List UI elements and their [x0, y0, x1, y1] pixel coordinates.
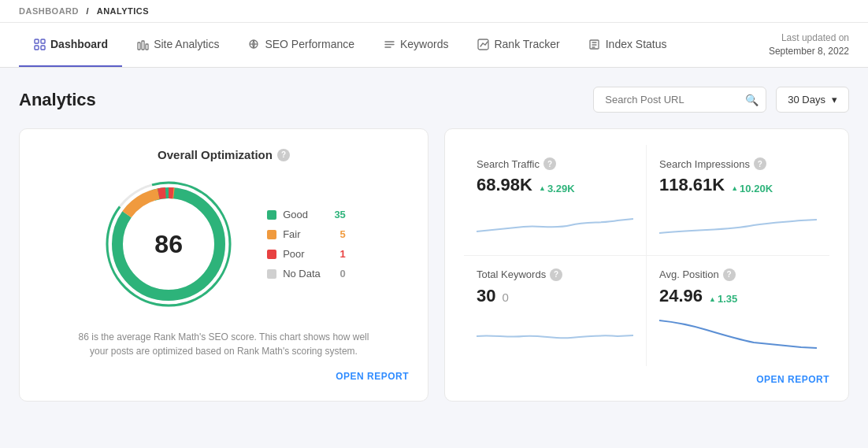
total-keywords-secondary: 0 [502, 291, 508, 304]
analytics-icon [136, 38, 149, 50]
search-impressions-chart [659, 202, 817, 241]
days-dropdown[interactable]: 30 Days ▾ [776, 87, 849, 113]
total-keywords-info-icon[interactable]: ? [550, 268, 562, 281]
search-impressions-delta: 10.20K [731, 183, 773, 194]
metrics-card: Search Traffic ? 68.98K 3.29K Search Imp… [444, 128, 849, 402]
svg-rect-5 [142, 41, 144, 50]
search-traffic-info-icon[interactable]: ? [543, 157, 556, 170]
optimization-card: Overall Optimization ? [19, 128, 428, 402]
legend-dot-nodata [267, 269, 276, 279]
legend-good-label: Good [283, 209, 308, 220]
search-input-wrap: 🔍 [593, 87, 766, 113]
metric-avg-position-label: Avg. Position ? [659, 268, 817, 281]
breadcrumb: DASHBOARD / ANALYTICS [0, 0, 868, 23]
tab-rank-tracker[interactable]: Rank Tracker [462, 23, 573, 67]
svg-rect-8 [478, 39, 488, 50]
optimization-title-text: Overall Optimization [158, 148, 273, 161]
legend-fair-label: Fair [283, 228, 300, 240]
metric-search-traffic-label: Search Traffic ? [477, 157, 633, 170]
svg-rect-3 [41, 46, 45, 50]
legend-good: Good 35 [267, 209, 346, 220]
chevron-down-icon: ▾ [832, 94, 837, 106]
avg-position-info-icon[interactable]: ? [723, 268, 736, 281]
legend-dot-poor [267, 250, 276, 259]
search-traffic-delta: 3.29K [539, 183, 575, 194]
open-report-right-link[interactable]: OPEN REPORT [756, 374, 829, 385]
tab-index-status-label: Index Status [606, 38, 667, 50]
optimization-note: 86 is the average Rank Math's SEO score.… [74, 330, 373, 358]
right-footer: OPEN REPORT [464, 366, 829, 385]
legend-nodata-label: No Data [283, 268, 321, 280]
metric-total-keywords-label: Total Keywords ? [477, 268, 633, 281]
svg-rect-2 [35, 46, 39, 50]
tab-dashboard[interactable]: Dashboard [19, 23, 122, 67]
main-content: Analytics 🔍 30 Days ▾ Overall Optimizati… [0, 68, 868, 420]
legend-good-count: 35 [327, 209, 346, 220]
chart-legend-wrap: 86 Good 35 Fair 5 [39, 177, 409, 311]
legend-nodata: No Data 0 [267, 268, 346, 280]
legend-poor-count: 1 [327, 248, 346, 260]
legend-dot-good [267, 210, 276, 220]
tab-seo-performance-label: SEO Performance [265, 38, 354, 50]
svg-rect-6 [146, 44, 148, 50]
rank-icon [477, 38, 489, 50]
total-keywords-chart [477, 313, 633, 352]
svg-rect-4 [138, 43, 140, 50]
legend: Good 35 Fair 5 Poor 1 N [267, 209, 346, 280]
cards-row: Overall Optimization ? [19, 128, 849, 402]
page-title: Analytics [19, 90, 96, 110]
info-icon[interactable]: ? [277, 149, 290, 161]
index-icon [588, 38, 601, 50]
nav-bar: Dashboard Site Analytics [0, 23, 868, 68]
metric-search-traffic-value: 68.98K 3.29K [477, 175, 633, 195]
svg-rect-1 [41, 39, 45, 43]
tab-site-analytics-label: Site Analytics [154, 38, 219, 50]
avg-position-delta: 1.35 [709, 293, 737, 305]
metric-search-impressions-value: 118.61K 10.20K [659, 175, 817, 195]
last-updated: Last updated on September 8, 2022 [769, 23, 849, 67]
avg-position-chart [659, 313, 817, 352]
breadcrumb-current: ANALYTICS [97, 6, 149, 16]
donut-chart: 86 [102, 177, 236, 311]
open-report-link[interactable]: OPEN REPORT [336, 371, 409, 382]
metric-avg-position: Avg. Position ? 24.96 1.35 [647, 256, 829, 367]
metric-avg-position-value: 24.96 1.35 [659, 286, 817, 306]
tab-keywords-label: Keywords [400, 38, 448, 50]
legend-dot-fair [267, 230, 276, 239]
metric-search-traffic: Search Traffic ? 68.98K 3.29K [464, 145, 647, 256]
dashboard-icon [33, 38, 46, 50]
breadcrumb-separator: / [87, 6, 90, 16]
legend-fair: Fair 5 [267, 228, 346, 240]
tab-site-analytics[interactable]: Site Analytics [122, 23, 233, 67]
search-impressions-info-icon[interactable]: ? [754, 157, 766, 170]
metric-total-keywords-value: 30 0 [477, 286, 633, 306]
optimization-title: Overall Optimization ? [39, 148, 409, 161]
page-header: Analytics 🔍 30 Days ▾ [19, 87, 849, 113]
tab-rank-tracker-label: Rank Tracker [494, 38, 559, 50]
breadcrumb-dashboard[interactable]: DASHBOARD [19, 6, 79, 16]
metric-search-impressions-label: Search Impressions ? [659, 157, 817, 170]
metric-total-keywords: Total Keywords ? 30 0 [464, 256, 647, 367]
nav-tabs: Dashboard Site Analytics [19, 23, 681, 67]
legend-fair-count: 5 [327, 228, 346, 240]
days-label: 30 Days [788, 94, 825, 106]
legend-poor: Poor 1 [267, 248, 346, 260]
tab-dashboard-label: Dashboard [50, 38, 108, 50]
header-controls: 🔍 30 Days ▾ [593, 87, 849, 113]
tab-keywords[interactable]: Keywords [369, 23, 462, 67]
search-traffic-chart [477, 202, 633, 241]
tab-seo-performance[interactable]: SEO Performance [233, 23, 369, 67]
keywords-icon [383, 38, 395, 50]
search-input[interactable] [593, 87, 766, 113]
svg-rect-0 [35, 39, 39, 43]
legend-nodata-count: 0 [327, 268, 346, 280]
last-updated-label: Last updated on [769, 31, 849, 45]
last-updated-date: September 8, 2022 [769, 45, 849, 58]
metric-search-impressions: Search Impressions ? 118.61K 10.20K [647, 145, 829, 256]
score-value: 86 [154, 230, 183, 259]
legend-poor-label: Poor [283, 248, 304, 260]
tab-index-status[interactable]: Index Status [574, 23, 681, 67]
seo-icon [247, 38, 260, 50]
